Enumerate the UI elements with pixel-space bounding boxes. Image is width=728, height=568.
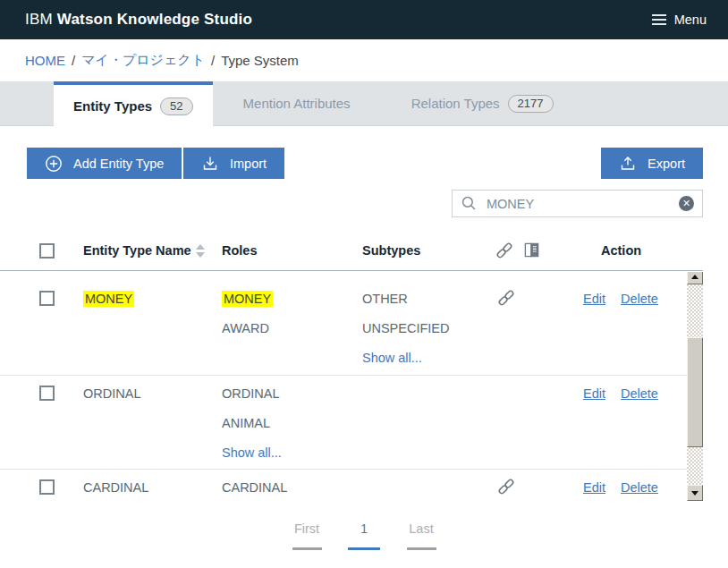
roles-cell: CARDINAL	[222, 472, 287, 501]
top-bar: IBM Watson Knowledge Studio Menu	[0, 0, 728, 39]
column-header-action: Action	[601, 231, 641, 270]
role-value: ORDINAL	[222, 386, 279, 401]
breadcrumb-project[interactable]: マイ・プロジェクト	[81, 52, 205, 69]
import-button[interactable]: Import	[183, 148, 284, 179]
column-header-roles: Roles	[222, 231, 258, 270]
entity-type-name-cell: ORDINAL	[83, 378, 140, 408]
edit-link[interactable]: Edit	[583, 480, 605, 495]
actions-cell: Edit Delete	[583, 284, 658, 313]
tab-mention-attributes[interactable]: Mention Attributes	[213, 81, 381, 125]
breadcrumb-home[interactable]: HOME	[25, 53, 65, 68]
plus-circle-icon	[45, 155, 63, 173]
search-icon	[461, 195, 478, 212]
table-row: ORDINAL ORDINAL ANIMAL Show all... Edit …	[0, 376, 687, 470]
edit-link[interactable]: Edit	[583, 292, 605, 306]
app-title: IBM Watson Knowledge Studio	[25, 11, 252, 29]
row-checkbox[interactable]	[39, 479, 55, 495]
roles-cell: ORDINAL ANIMAL Show all...	[222, 378, 282, 467]
show-all-link[interactable]: Show all...	[222, 445, 282, 460]
role-value: CARDINAL	[222, 480, 287, 495]
relation-types-count-badge: 2177	[508, 95, 554, 113]
export-button[interactable]: Export	[601, 148, 703, 179]
pagination-last[interactable]: Last	[406, 521, 436, 550]
entity-type-name-cell: MONEY	[83, 284, 134, 313]
roles-cell: MONEY AWARD	[222, 284, 273, 343]
show-all-link[interactable]: Show all...	[362, 351, 422, 365]
upload-icon	[619, 155, 637, 173]
menu-button[interactable]: Menu	[652, 12, 707, 28]
edit-link[interactable]: Edit	[583, 386, 605, 401]
scroll-down-button[interactable]	[687, 485, 703, 501]
subtype-value: OTHER	[362, 292, 408, 306]
search-box: ✕	[452, 190, 703, 217]
actions-cell: Edit Delete	[583, 472, 658, 501]
brand-name: Watson Knowledge Studio	[57, 11, 252, 28]
tab-bar: Entity Types 52 Mention Attributes Relat…	[0, 81, 728, 126]
entity-name: CARDINAL	[83, 480, 148, 495]
link-icon	[496, 477, 516, 500]
entity-types-count-badge: 52	[160, 97, 192, 115]
delete-link[interactable]: Delete	[621, 386, 658, 401]
menu-label: Menu	[674, 13, 707, 27]
column-header-entity-type-name[interactable]: Entity Type Name	[83, 231, 191, 270]
scrollbar-thumb[interactable]	[687, 337, 703, 447]
link-column-icon	[495, 241, 514, 264]
tab-relation-types[interactable]: Relation Types 2177	[381, 81, 584, 125]
delete-link[interactable]: Delete	[621, 292, 658, 306]
subtype-value: UNSPECIFIED	[362, 321, 450, 335]
actions-cell: Edit Delete	[583, 378, 658, 408]
entity-type-name-cell: CARDINAL	[83, 472, 148, 501]
row-checkbox[interactable]	[39, 386, 55, 401]
tab-mention-attributes-label: Mention Attributes	[243, 96, 351, 111]
export-label: Export	[648, 157, 685, 171]
app-root: IBM Watson Knowledge Studio Menu HOME / …	[0, 0, 728, 568]
table-row: MONEY MONEY AWARD OTHER UNSPECIFIED Show…	[0, 272, 687, 376]
sort-icon[interactable]	[196, 244, 205, 258]
pagination-page-1[interactable]: 1	[348, 521, 380, 550]
clear-search-icon[interactable]: ✕	[679, 196, 694, 211]
tab-entity-types[interactable]: Entity Types 52	[54, 81, 213, 127]
dictionary-column-icon	[523, 242, 540, 262]
download-icon	[201, 155, 219, 173]
table-header: Entity Type Name Roles Subtypes Action	[0, 231, 703, 271]
breadcrumb-separator: /	[72, 53, 75, 68]
arrow-up-icon	[691, 275, 698, 279]
breadcrumb-current: Type System	[221, 53, 299, 68]
role-value: AWARD	[222, 321, 269, 335]
vertical-scrollbar[interactable]	[687, 272, 703, 501]
tab-relation-types-label: Relation Types	[411, 96, 500, 111]
delete-link[interactable]: Delete	[621, 480, 658, 495]
subtypes-cell: OTHER UNSPECIFIED Show all...	[362, 284, 450, 372]
row-checkbox[interactable]	[39, 291, 55, 306]
breadcrumb-separator: /	[211, 53, 215, 68]
arrow-down-icon	[691, 491, 698, 496]
pagination-first[interactable]: First	[292, 521, 322, 550]
add-entity-type-button[interactable]: Add Entity Type	[27, 148, 182, 179]
table-body: MONEY MONEY AWARD OTHER UNSPECIFIED Show…	[0, 272, 728, 501]
select-all-checkbox[interactable]	[39, 243, 55, 259]
add-entity-type-label: Add Entity Type	[73, 157, 164, 171]
entity-name: MONEY	[83, 291, 134, 307]
import-label: Import	[230, 157, 267, 171]
tab-entity-types-label: Entity Types	[73, 98, 152, 114]
scroll-up-button[interactable]	[687, 272, 703, 284]
entity-name: ORDINAL	[83, 386, 140, 401]
link-icon	[496, 288, 516, 311]
column-header-subtypes: Subtypes	[362, 231, 420, 270]
breadcrumb: HOME / マイ・プロジェクト / Type System	[0, 39, 728, 81]
brand-prefix: IBM	[25, 11, 53, 28]
pagination: First 1 Last	[0, 521, 728, 550]
search-input[interactable]	[487, 197, 670, 211]
table-row: CARDINAL CARDINAL Edit Delete	[0, 470, 687, 501]
role-value: MONEY	[222, 291, 273, 307]
role-value: ANIMAL	[222, 416, 270, 430]
hamburger-icon	[652, 12, 666, 28]
